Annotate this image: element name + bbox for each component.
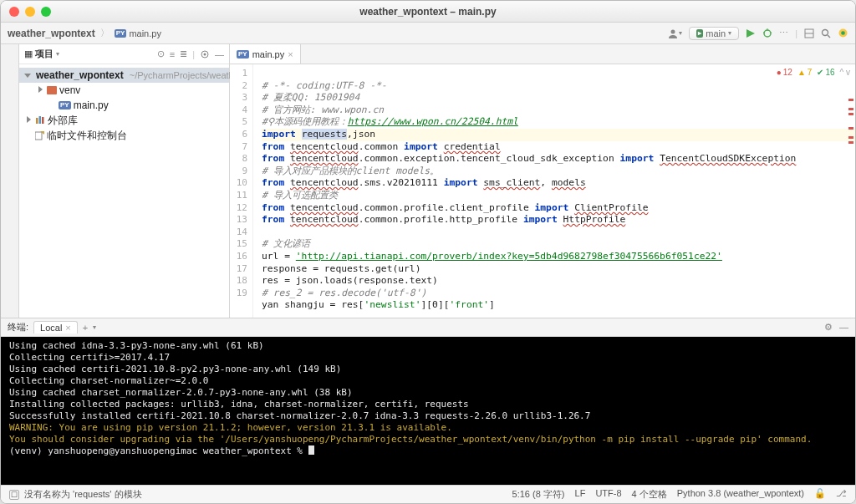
svg-point-0 bbox=[671, 29, 675, 33]
error-stripe[interactable] bbox=[845, 79, 855, 318]
expand-all-icon[interactable]: ≡ bbox=[170, 49, 175, 59]
warning-badge[interactable]: ▲7 bbox=[797, 68, 812, 77]
gear-icon[interactable] bbox=[200, 49, 210, 59]
ide-icon[interactable] bbox=[838, 28, 848, 38]
line-gutter: 12345678910111213141516171819 bbox=[230, 64, 253, 318]
status-branch-icon[interactable]: ⎇ bbox=[836, 488, 847, 501]
svg-point-8 bbox=[823, 29, 828, 35]
window-title: weather_wpontext – main.py bbox=[1, 6, 855, 18]
close-tab-icon[interactable]: × bbox=[288, 49, 293, 59]
run-config-button[interactable]: ▸main▾ bbox=[689, 27, 739, 40]
tree-external-libraries[interactable]: 外部库 bbox=[19, 113, 229, 128]
svg-point-2 bbox=[764, 30, 771, 37]
run-icon[interactable] bbox=[746, 28, 756, 38]
svg-line-9 bbox=[828, 35, 830, 38]
status-line-sep[interactable]: LF bbox=[575, 488, 586, 501]
more-run-icon[interactable]: ⋯ bbox=[779, 28, 788, 38]
svg-rect-16 bbox=[42, 117, 44, 124]
tree-project-root[interactable]: weather_wpontext~/PycharmProjects/weathe… bbox=[19, 68, 229, 83]
code-editor[interactable]: # -*- coding:UTF-8 -*- # 夏柔QQ: 15001904 … bbox=[253, 64, 855, 318]
tree-venv[interactable]: venv bbox=[19, 83, 229, 98]
project-sidebar: ▦项目▾ ⊙ ≡ ≣ | — weather_wpontext~/Pycharm… bbox=[19, 44, 230, 318]
status-lock-icon[interactable]: 🔓 bbox=[814, 488, 826, 501]
status-caret-pos[interactable]: 5:16 (8 字符) bbox=[512, 488, 565, 501]
collapse-all-icon[interactable]: ≣ bbox=[180, 48, 187, 59]
svg-rect-15 bbox=[39, 116, 42, 124]
svg-point-11 bbox=[841, 31, 845, 35]
search-icon[interactable] bbox=[821, 28, 831, 38]
tree-scratches[interactable]: 临时文件和控制台 bbox=[19, 128, 229, 143]
inspection-badges[interactable]: ●12 ▲7 ✔16 ^ v bbox=[777, 68, 850, 77]
titlebar: weather_wpontext – main.py bbox=[1, 1, 855, 23]
left-toolstrip bbox=[1, 44, 19, 318]
terminal-gear-icon[interactable]: ⚙ bbox=[824, 322, 833, 333]
terminal-hide-icon[interactable]: — bbox=[839, 322, 848, 333]
terminal-dropdown-icon[interactable]: ▾ bbox=[93, 323, 96, 331]
status-interpreter[interactable]: Python 3.8 (weather_wpontext) bbox=[677, 488, 804, 501]
error-badge[interactable]: ●12 bbox=[777, 68, 792, 77]
svg-rect-14 bbox=[36, 118, 38, 124]
terminal-cursor bbox=[308, 445, 314, 455]
navigation-bar: weather_wpontext 〉 PYmain.py ▾ ▸main▾ ⋯ … bbox=[1, 23, 855, 44]
terminal-panel: 终端: Local× + ▾ ⚙ — Using cached idna-3.3… bbox=[1, 318, 855, 485]
terminal-label: 终端: bbox=[8, 321, 28, 333]
terminal-tab[interactable]: Local× bbox=[33, 321, 78, 333]
breadcrumb-project[interactable]: weather_wpontext bbox=[8, 28, 95, 39]
editor-tab-main[interactable]: PYmain.py× bbox=[230, 44, 301, 64]
weak-warning-badge[interactable]: ✔16 bbox=[817, 68, 834, 77]
terminal-add-icon[interactable]: + bbox=[83, 323, 88, 333]
library-icon bbox=[35, 116, 45, 125]
status-encoding[interactable]: UTF-8 bbox=[595, 488, 621, 501]
project-view-icon: ▦ bbox=[24, 48, 33, 59]
git-icon[interactable] bbox=[804, 28, 814, 38]
terminal-output[interactable]: Using cached idna-3.3-py3-none-any.whl (… bbox=[1, 337, 855, 485]
svg-marker-1 bbox=[746, 29, 755, 38]
sidebar-title: 项目 bbox=[35, 48, 54, 60]
svg-rect-17 bbox=[35, 132, 42, 140]
status-todo-icon[interactable]: ☐ bbox=[9, 490, 19, 500]
scratch-icon bbox=[35, 131, 44, 140]
status-message: 没有名称为 'requests' 的模块 bbox=[24, 488, 142, 501]
status-bar: ☐没有名称为 'requests' 的模块 5:16 (8 字符) LF UTF… bbox=[1, 485, 855, 503]
select-opened-file-icon[interactable]: ⊙ bbox=[157, 48, 165, 59]
user-icon[interactable]: ▾ bbox=[667, 28, 682, 39]
svg-point-13 bbox=[204, 53, 206, 55]
divider: | bbox=[795, 28, 797, 38]
debug-icon[interactable] bbox=[762, 28, 772, 38]
status-indent[interactable]: 4 个空格 bbox=[632, 488, 667, 501]
tree-main-py[interactable]: PYmain.py bbox=[19, 98, 229, 113]
divider: | bbox=[192, 49, 195, 59]
breadcrumb-file[interactable]: PYmain.py bbox=[115, 28, 161, 38]
hide-icon[interactable]: — bbox=[215, 49, 224, 59]
